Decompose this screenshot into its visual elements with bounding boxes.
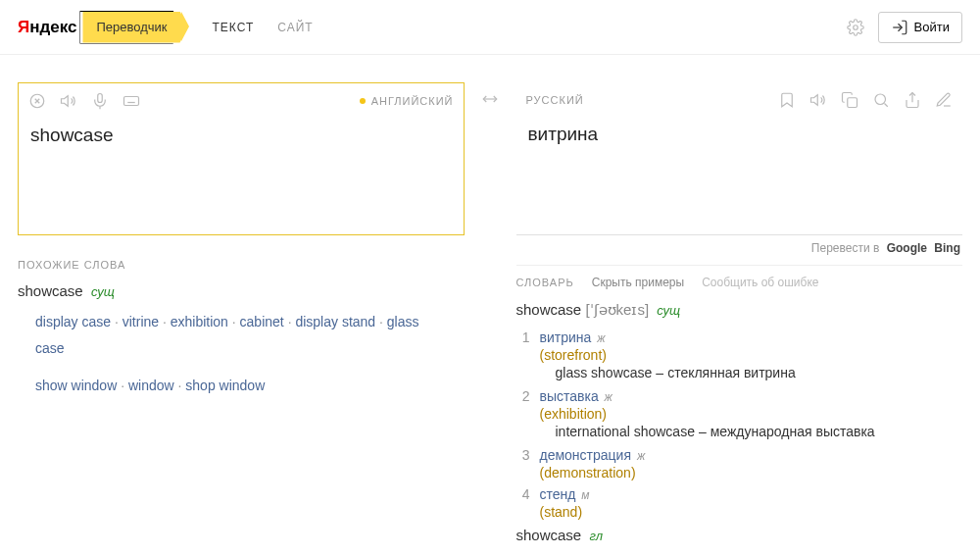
close-icon[interactable] [28, 92, 46, 110]
keyboard-icon[interactable] [122, 92, 140, 110]
similar-word: showcase [18, 282, 83, 299]
dict-ipa: [ˈʃəʊkeɪs] [585, 301, 649, 318]
dict-word: showcase [516, 301, 582, 318]
header-right: Войти [847, 12, 962, 43]
mic-icon[interactable] [91, 92, 109, 110]
dict-translation[interactable]: стенд [540, 486, 576, 502]
copy-icon[interactable] [841, 91, 858, 109]
source-input[interactable]: showcase [19, 119, 464, 158]
svg-rect-6 [98, 94, 103, 103]
synonym-link[interactable]: cabinet [240, 314, 284, 329]
target-pane: РУССКИЙ витрина Перевести в Google Bing … [506, 82, 981, 547]
target-toolbar: РУССКИЙ [516, 82, 963, 118]
dict-num: 1 [516, 329, 530, 382]
dict-num: 4 [516, 486, 530, 520]
dict-gloss: (storefront) [540, 345, 959, 363]
svg-point-0 [853, 25, 858, 29]
bookmark-icon[interactable] [778, 91, 796, 109]
source-lang-label: АНГЛИЙСКИЙ [371, 95, 454, 107]
svg-rect-8 [124, 97, 139, 106]
dict-gender: м [581, 488, 589, 502]
svg-marker-15 [811, 95, 818, 106]
source-pane: АНГЛИЙСКИЙ showcase ПОХОЖИЕ СЛОВА showca… [0, 82, 474, 547]
dict-translation[interactable]: демонстрация [540, 447, 632, 463]
synonym-link[interactable]: vitrine [122, 314, 159, 329]
swap-column [474, 82, 506, 547]
header: Яндекс Переводчик ТЕКСТ САЙТ Войти [0, 0, 980, 55]
similar-headword: showcase сущ [18, 278, 465, 303]
dict-headword-2: showcase гл [516, 523, 959, 547]
similar-pos: сущ [91, 284, 115, 299]
dict-gloss: (exhibition) [540, 404, 959, 422]
dict-sense: 3 демонстрация ж (demonstration) [516, 444, 959, 483]
login-button[interactable]: Войти [878, 12, 962, 43]
similar-title: ПОХОЖИЕ СЛОВА [18, 259, 125, 271]
engine-bing[interactable]: Bing [934, 241, 960, 255]
dict-num: 2 [516, 388, 530, 441]
share-icon[interactable] [904, 91, 921, 109]
hide-examples-link[interactable]: Скрыть примеры [592, 276, 684, 289]
dictionary-bar: СЛОВАРЬ Скрыть примеры Сообщить об ошибк… [516, 265, 963, 297]
dict-gloss: (stand) [540, 502, 959, 520]
speaker-icon[interactable] [809, 91, 827, 109]
logo-rest: ндекс [29, 18, 76, 36]
synonym-link[interactable]: show window [35, 378, 117, 393]
source-toolbar: АНГЛИЙСКИЙ [19, 83, 464, 119]
lang-dot-icon [360, 98, 366, 104]
dict-senses: 1 витрина ж (storefront) glass showcase–… [516, 323, 959, 523]
dict-translation[interactable]: витрина [540, 329, 592, 345]
gear-icon[interactable] [847, 19, 864, 36]
logo-letter: Я [18, 18, 29, 36]
dict-num: 3 [516, 447, 530, 480]
dict-sense: 2 выставка ж (exhibition) international … [516, 385, 959, 444]
translate-in-bar: Перевести в Google Bing [516, 235, 963, 265]
dict-example: international showcase–международная выс… [540, 422, 959, 441]
swap-icon[interactable] [481, 90, 499, 108]
synonym-link[interactable]: shop window [185, 378, 265, 393]
dict-sense: 4 стенд м (stand) [516, 483, 959, 523]
dict-sense: 1 витрина ж (storefront) glass showcase–… [516, 327, 959, 385]
similar-section: ПОХОЖИЕ СЛОВА showcase сущ display case … [18, 235, 465, 405]
tab-site[interactable]: САЙТ [277, 21, 313, 34]
svg-point-17 [875, 94, 886, 105]
edit-icon[interactable] [935, 91, 953, 109]
dict-headword: showcase [ˈʃəʊkeɪs] сущ [516, 297, 959, 323]
nav-tabs: ТЕКСТ САЙТ [213, 21, 314, 34]
synonym-link[interactable]: exhibition [171, 314, 228, 329]
svg-rect-16 [848, 98, 858, 108]
synonym-group-1: display case · vitrine · exhibition · ca… [18, 303, 439, 367]
synonym-link[interactable]: window [128, 378, 174, 393]
login-label: Войти [914, 20, 950, 34]
dictionary-title: СЛОВАРЬ [516, 277, 574, 288]
source-lang[interactable]: АНГЛИЙСКИЙ [360, 95, 454, 107]
dict-translation[interactable]: выставка [540, 388, 599, 404]
dict-example: glass showcase–стеклянная витрина [540, 363, 959, 382]
dict-gender: ж [597, 331, 605, 345]
engine-google[interactable]: Google [887, 241, 927, 255]
target-output: витрина [516, 118, 963, 157]
logo-product-wrap[interactable]: Переводчик [80, 12, 180, 43]
logo-yandex[interactable]: Яндекс [18, 18, 76, 37]
dictionary-scroll[interactable]: showcase [ˈʃəʊkeɪs] сущ 1 витрина ж (sto… [516, 297, 963, 547]
dict-pos-2: гл [589, 529, 603, 543]
main: АНГЛИЙСКИЙ showcase ПОХОЖИЕ СЛОВА showca… [0, 55, 980, 547]
login-icon [891, 19, 908, 36]
target-lang[interactable]: РУССКИЙ [526, 94, 584, 106]
dict-gender: ж [605, 390, 612, 404]
search-icon[interactable] [872, 91, 890, 109]
translate-in-label: Перевести в [811, 241, 879, 255]
dict-word-2: showcase [516, 527, 582, 543]
source-box: АНГЛИЙСКИЙ showcase [18, 82, 465, 235]
svg-marker-5 [62, 96, 69, 107]
tab-text[interactable]: ТЕКСТ [213, 21, 255, 34]
report-error-link[interactable]: Сообщить об ошибке [702, 276, 818, 289]
dict-gender: ж [637, 449, 645, 463]
logo-product: Переводчик [96, 20, 167, 34]
synonym-link[interactable]: display stand [295, 314, 375, 329]
target-box: РУССКИЙ витрина [516, 82, 963, 235]
speaker-icon[interactable] [60, 92, 77, 110]
dict-pos: сущ [657, 303, 680, 318]
svg-line-18 [884, 103, 887, 106]
synonym-link[interactable]: display case [35, 314, 111, 329]
synonym-group-2: show window · window · shop window [18, 367, 439, 405]
